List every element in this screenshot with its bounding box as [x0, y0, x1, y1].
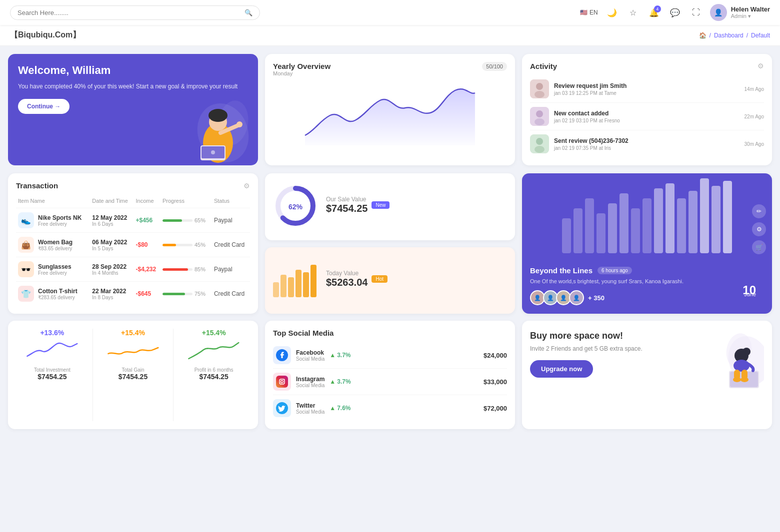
svg-point-54 [734, 360, 750, 372]
space-title: Buy more space now! [530, 331, 699, 341]
twitter-val: $72,000 [484, 405, 507, 412]
social-title: Top Social Media [273, 329, 334, 337]
facebook-pct: ▲ 3.7% [330, 352, 350, 359]
upgrade-button[interactable]: Upgrade now [530, 360, 593, 378]
svg-point-14 [536, 110, 543, 117]
breadcrumb-dashboard[interactable]: Dashboard [714, 32, 744, 39]
col-status: Status [212, 196, 250, 208]
search-bar[interactable]: 🔍 [10, 5, 260, 20]
item-income-3: -$645 [134, 282, 160, 306]
avatar: 👤 [710, 4, 727, 21]
breadcrumb: 🏠 / Dashboard / Default [699, 32, 770, 39]
favorites-icon[interactable]: ☆ [626, 5, 640, 19]
item-name-0: Nike Sports NK [38, 214, 82, 221]
activity-item-1: New contact added jan 02 19 03:10 PM at … [530, 103, 764, 130]
item-sub-3: ₹283.65 delivery [38, 295, 78, 300]
item-date-1: 06 May 2022 [92, 239, 132, 246]
social-item-twitter: Twitter Social Media ▲ 7.6% $72,000 [273, 395, 507, 421]
search-icon: 🔍 [244, 9, 252, 16]
facebook-info: Facebook Social Media [296, 349, 324, 362]
yearly-badge: 50/100 [482, 62, 507, 71]
activity-avatar-1 [530, 107, 549, 126]
item-date-2: 28 Sep 2022 [92, 263, 132, 270]
svg-point-57 [733, 377, 741, 382]
transaction-row-2: 🕶️ Sunglasses Free delivery 28 Sep 2022 … [16, 257, 250, 282]
user-role: Admin ▾ [731, 13, 770, 19]
user-name: Helen Walter [731, 5, 770, 13]
activity-time-1: 22m Ago [744, 114, 764, 119]
activity-settings-icon[interactable]: ⚙ [758, 62, 764, 70]
item-cell-0: 👟 Nike Sports NK Free delivery [18, 212, 88, 228]
beyond-lines-card: Beyond the Lines 6 hours ago One Of the … [522, 173, 772, 314]
activity-time-2: 30m Ago [744, 141, 764, 147]
home-icon[interactable]: 🏠 [699, 32, 706, 39]
svg-point-58 [740, 377, 748, 382]
yearly-overview-card: Yearly Overview Monday 50/100 [265, 54, 515, 165]
welcome-illustration [173, 93, 253, 165]
item-income-1: -$80 [134, 233, 160, 257]
language-selector[interactable]: 🇺🇸 EN [580, 9, 598, 16]
facebook-val: $24,000 [484, 352, 507, 359]
user-profile[interactable]: 👤 Helen Walter Admin ▾ [710, 4, 770, 21]
beyond-count: + 350 [588, 294, 604, 302]
svg-rect-25 [303, 272, 309, 297]
twitter-info: Twitter Social Media [296, 402, 324, 415]
item-income-0: +$456 [134, 208, 160, 233]
space-illustration [699, 331, 764, 391]
transaction-row-1: 👜 Women Bag ₹83.65 delivery 06 May 2022 … [16, 233, 250, 257]
fullscreen-icon[interactable]: ⛶ [689, 5, 703, 19]
social-item-instagram: Instagram Social Media ▲ 3.7% $33,000 [273, 369, 507, 395]
beyond-time: 6 hours ago [598, 267, 632, 274]
transaction-row-3: 👕 Cotton T-shirt ₹283.65 delivery 22 Mar… [16, 282, 250, 306]
welcome-desc: You have completed 40% of your this week… [18, 82, 248, 91]
svg-rect-23 [288, 277, 294, 297]
continue-button[interactable]: Continue → [18, 99, 70, 114]
stats-card: +13.6% Total Investment $7454.25 +15.4% … [8, 321, 258, 429]
col-progress: Progress [160, 196, 212, 208]
item-progress-2: 85% [162, 266, 210, 272]
item-name-2: Sunglasses [38, 263, 72, 270]
item-icon-1: 👜 [18, 237, 34, 253]
item-income-2: -$4,232 [134, 257, 160, 282]
item-status-1: Credit Card [212, 233, 250, 257]
svg-rect-24 [296, 270, 302, 297]
stat-investment-chart [16, 339, 88, 364]
beyond-title: Beyond the Lines [530, 266, 592, 275]
welcome-title: Welcome, William [18, 64, 248, 77]
facebook-icon [273, 346, 291, 364]
notification-badge: 4 [654, 5, 661, 12]
beyond-content: Beyond the Lines 6 hours ago One Of the … [530, 181, 764, 305]
svg-point-4 [208, 109, 228, 122]
yearly-sub: Monday [273, 70, 330, 76]
item-sub-2: Free delivery [38, 270, 72, 276]
activity-time-0: 14m Ago [744, 86, 764, 92]
item-name-1: Women Bag [38, 239, 72, 246]
nav-icons: 🇺🇸 EN 🌙 ☆ 🔔 4 💬 ⛶ 👤 Helen Walter Admin ▾ [580, 4, 770, 21]
beyond-footer: 👤 👤 👤 👤 + 350 10 June [530, 290, 764, 305]
activity-title: Activity [530, 62, 557, 70]
new-badge: New [372, 201, 390, 209]
twitter-icon [273, 399, 291, 417]
col-item-name: Item Name [16, 196, 90, 208]
svg-point-9 [236, 121, 242, 127]
stat-profit-pct: +15.4% [178, 329, 250, 337]
sale-info: Our Sale Value $7454.25 [326, 196, 368, 214]
item-cell-2: 🕶️ Sunglasses Free delivery [18, 261, 88, 277]
dark-mode-toggle[interactable]: 🌙 [605, 5, 619, 19]
activity-item-2: Sent review (504)236-7302 jan 02 19 07:3… [530, 130, 764, 157]
messages-icon[interactable]: 💬 [668, 5, 682, 19]
space-content: Buy more space now! Invite 2 Friends and… [530, 331, 764, 391]
buy-space-card: Buy more space now! Invite 2 Friends and… [522, 321, 772, 429]
social-list: Facebook Social Media ▲ 3.7% $24,000 Ins… [273, 342, 507, 421]
item-cell-3: 👕 Cotton T-shirt ₹283.65 delivery [18, 286, 88, 302]
transaction-settings-icon[interactable]: ⚙ [244, 182, 250, 190]
notifications-icon[interactable]: 🔔 4 [647, 5, 661, 19]
svg-point-15 [534, 118, 544, 125]
item-days-2: In 4 Months [92, 270, 132, 276]
space-text: Buy more space now! Invite 2 Friends and… [530, 331, 699, 378]
stat-gain-pct: +15.4% [97, 329, 170, 337]
search-input[interactable] [18, 9, 240, 16]
item-days-0: In 6 Days [92, 221, 132, 227]
svg-rect-21 [273, 282, 279, 297]
row3-grid: +13.6% Total Investment $7454.25 +15.4% … [0, 321, 780, 437]
